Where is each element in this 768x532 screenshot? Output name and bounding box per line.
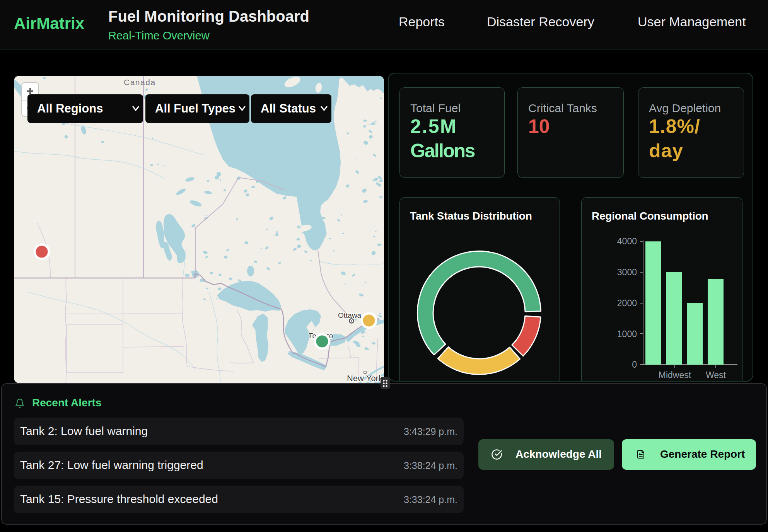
svg-text:4000: 4000: [617, 236, 637, 246]
svg-text:0: 0: [632, 360, 637, 370]
svg-text:West: West: [706, 370, 726, 380]
svg-text:New York: New York: [347, 373, 383, 383]
svg-text:2000: 2000: [617, 298, 637, 308]
svg-text:Ottawa: Ottawa: [338, 311, 362, 319]
svg-text:Canada: Canada: [124, 78, 156, 87]
svg-text:3000: 3000: [617, 267, 637, 277]
svg-text:1000: 1000: [617, 329, 637, 339]
svg-text:Midwest: Midwest: [659, 370, 691, 380]
